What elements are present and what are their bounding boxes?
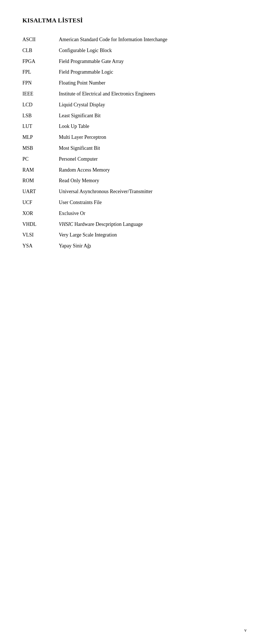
list-item: UARTUniversal Asynchronous Receiver/Tran… <box>22 186 247 197</box>
abbreviation-term: FPGA <box>22 56 59 67</box>
abbreviation-definition: Very Large Scale Integration <box>59 230 247 240</box>
abbreviation-term: UCF <box>22 197 59 208</box>
abbreviation-term: RAM <box>22 165 59 175</box>
list-item: IEEEInstitute of Electrical and Electron… <box>22 88 247 99</box>
list-item: YSAYapay Sinir Ağı <box>22 240 247 251</box>
abbreviation-definition: American Standard Code for Information I… <box>59 34 247 45</box>
abbreviation-definition: Field Programmable Gate Array <box>59 56 247 67</box>
abbreviation-definition: Random Access Memory <box>59 165 247 175</box>
abbreviation-definition: Configurable Logic Block <box>59 45 247 56</box>
list-item: MSBMost Significant Bit <box>22 143 247 154</box>
list-item: ROMRead Only Memory <box>22 175 247 186</box>
abbreviation-term: LUT <box>22 121 59 132</box>
abbreviation-definition: Least Significant Bit <box>59 110 247 121</box>
abbreviation-term: FPL <box>22 67 59 78</box>
list-item: MLPMulti Layer Perceptron <box>22 132 247 143</box>
abbreviation-term: LSB <box>22 110 59 121</box>
abbreviation-term: YSA <box>22 240 59 251</box>
abbreviation-term: CLB <box>22 45 59 56</box>
page-title: KISALTMA LİSTESİ <box>22 17 247 24</box>
abbreviation-definition: Exclusive Or <box>59 208 247 219</box>
list-item: FPGAField Programmable Gate Array <box>22 56 247 67</box>
abbreviation-definition: Read Only Memory <box>59 175 247 186</box>
list-item: FPNFloating Point Number <box>22 78 247 88</box>
abbreviation-term: MLP <box>22 132 59 143</box>
abbreviation-definition: Yapay Sinir Ağı <box>59 240 247 251</box>
abbreviation-term: XOR <box>22 208 59 219</box>
abbreviation-definition: Most Significant Bit <box>59 143 247 154</box>
list-item: RAMRandom Access Memory <box>22 165 247 175</box>
abbreviation-definition: Institute of Electrical and Electronics … <box>59 88 247 99</box>
abbreviation-term: LCD <box>22 99 59 110</box>
abbreviation-term: ROM <box>22 175 59 186</box>
list-item: ASCIIAmerican Standard Code for Informat… <box>22 34 247 45</box>
abbreviation-term: FPN <box>22 78 59 88</box>
page-number: v <box>244 628 247 633</box>
list-item: VHDLVHSIC Hardware Descpription Language <box>22 219 247 230</box>
list-item: VLSIVery Large Scale Integration <box>22 230 247 240</box>
abbreviation-term: UART <box>22 186 59 197</box>
list-item: LCDLiquid Crystal Display <box>22 99 247 110</box>
abbreviation-term: MSB <box>22 143 59 154</box>
abbreviation-definition: VHSIC Hardware Descpription Language <box>59 219 247 230</box>
list-item: UCFUser Constraints File <box>22 197 247 208</box>
abbreviation-term: VLSI <box>22 230 59 240</box>
abbreviation-term: PC <box>22 154 59 165</box>
abbreviation-definition: Personel Computer <box>59 154 247 165</box>
abbreviation-definition: User Constraints File <box>59 197 247 208</box>
abbreviation-definition: Look Up Table <box>59 121 247 132</box>
abbreviation-definition: Liquid Crystal Display <box>59 99 247 110</box>
abbreviation-term: IEEE <box>22 88 59 99</box>
list-item: XORExclusive Or <box>22 208 247 219</box>
abbreviation-definition: Multi Layer Perceptron <box>59 132 247 143</box>
abbreviation-definition: Field Programmable Logic <box>59 67 247 78</box>
list-item: FPLField Programmable Logic <box>22 67 247 78</box>
list-item: CLBConfigurable Logic Block <box>22 45 247 56</box>
abbreviation-table: ASCIIAmerican Standard Code for Informat… <box>22 34 247 251</box>
list-item: LSBLeast Significant Bit <box>22 110 247 121</box>
abbreviation-definition: Floating Point Number <box>59 78 247 88</box>
abbreviation-definition: Universal Asynchronous Receiver/Transmit… <box>59 186 247 197</box>
abbreviation-term: VHDL <box>22 219 59 230</box>
list-item: LUTLook Up Table <box>22 121 247 132</box>
abbreviation-term: ASCII <box>22 34 59 45</box>
list-item: PCPersonel Computer <box>22 154 247 165</box>
